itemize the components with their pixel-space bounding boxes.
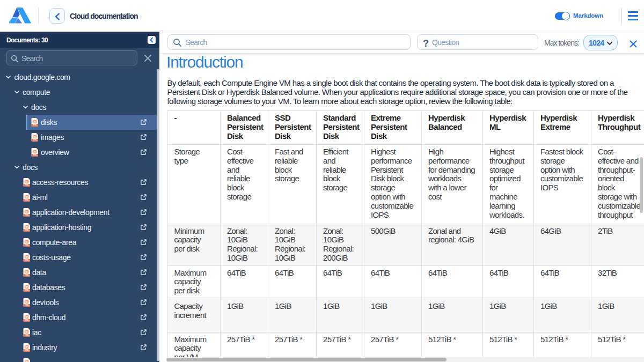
svg-text:HTML: HTML bbox=[24, 349, 28, 351]
svg-text:HTML: HTML bbox=[24, 214, 28, 216]
svg-text:HTML: HTML bbox=[24, 289, 28, 291]
svg-text:HTML: HTML bbox=[24, 244, 28, 246]
svg-text:HTML: HTML bbox=[33, 154, 37, 156]
svg-text:HTML: HTML bbox=[24, 304, 28, 306]
svg-text:HTML: HTML bbox=[24, 334, 28, 336]
svg-text:HTML: HTML bbox=[24, 184, 28, 186]
svg-text:HTML: HTML bbox=[24, 319, 28, 321]
svg-text:HTML: HTML bbox=[33, 139, 37, 141]
svg-text:HTML: HTML bbox=[24, 274, 28, 276]
svg-text:HTML: HTML bbox=[24, 259, 28, 261]
svg-text:HTML: HTML bbox=[33, 124, 37, 126]
svg-text:HTML: HTML bbox=[24, 229, 28, 231]
svg-text:HTML: HTML bbox=[24, 199, 28, 201]
